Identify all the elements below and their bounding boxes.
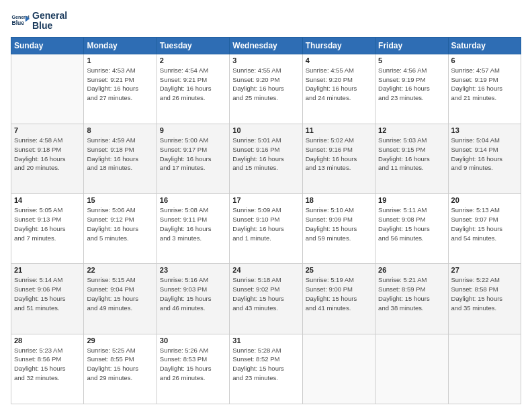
day-number: 14 — [14, 196, 81, 204]
calendar-cell: 19Sunrise: 5:11 AM Sunset: 9:08 PM Dayli… — [375, 194, 448, 264]
calendar-cell: 21Sunrise: 5:14 AM Sunset: 9:06 PM Dayli… — [11, 264, 84, 334]
day-info: Sunrise: 4:54 AM Sunset: 9:21 PM Dayligh… — [160, 66, 226, 103]
logo: General Blue General Blue — [11, 11, 67, 32]
day-info: Sunrise: 5:04 AM Sunset: 9:14 PM Dayligh… — [451, 136, 518, 173]
day-number: 17 — [232, 196, 299, 204]
calendar-cell: 30Sunrise: 5:26 AM Sunset: 8:53 PM Dayli… — [157, 334, 229, 404]
calendar-cell: 31Sunrise: 5:28 AM Sunset: 8:52 PM Dayli… — [230, 334, 302, 404]
week-row-4: 28Sunrise: 5:23 AM Sunset: 8:56 PM Dayli… — [11, 334, 521, 404]
header-cell-monday: Monday — [84, 37, 157, 54]
day-info: Sunrise: 5:02 AM Sunset: 9:16 PM Dayligh… — [306, 136, 372, 173]
calendar-cell: 1Sunrise: 4:53 AM Sunset: 9:21 PM Daylig… — [84, 54, 157, 124]
day-number: 30 — [160, 336, 226, 345]
calendar-cell: 17Sunrise: 5:09 AM Sunset: 9:10 PM Dayli… — [230, 194, 302, 264]
calendar-cell: 22Sunrise: 5:15 AM Sunset: 9:04 PM Dayli… — [84, 264, 157, 334]
day-info: Sunrise: 4:55 AM Sunset: 9:20 PM Dayligh… — [306, 66, 372, 103]
day-number: 6 — [451, 56, 518, 64]
day-info: Sunrise: 5:05 AM Sunset: 9:13 PM Dayligh… — [14, 205, 81, 242]
day-info: Sunrise: 5:18 AM Sunset: 9:02 PM Dayligh… — [232, 275, 299, 312]
day-number: 26 — [378, 266, 445, 274]
day-info: Sunrise: 5:15 AM Sunset: 9:04 PM Dayligh… — [87, 275, 153, 312]
calendar-cell: 11Sunrise: 5:02 AM Sunset: 9:16 PM Dayli… — [302, 124, 375, 194]
calendar-cell: 24Sunrise: 5:18 AM Sunset: 9:02 PM Dayli… — [230, 264, 302, 334]
day-number: 12 — [378, 126, 445, 134]
day-info: Sunrise: 4:57 AM Sunset: 9:19 PM Dayligh… — [451, 66, 518, 103]
day-number: 2 — [160, 56, 226, 64]
calendar-cell: 8Sunrise: 4:59 AM Sunset: 9:18 PM Daylig… — [84, 124, 157, 194]
calendar-cell: 25Sunrise: 5:19 AM Sunset: 9:00 PM Dayli… — [302, 264, 375, 334]
day-number: 29 — [87, 336, 153, 345]
calendar-table: SundayMondayTuesdayWednesdayThursdayFrid… — [11, 37, 521, 404]
calendar-cell: 14Sunrise: 5:05 AM Sunset: 9:13 PM Dayli… — [11, 194, 84, 264]
calendar-header: SundayMondayTuesdayWednesdayThursdayFrid… — [11, 37, 521, 54]
calendar-cell: 15Sunrise: 5:06 AM Sunset: 9:12 PM Dayli… — [84, 194, 157, 264]
day-info: Sunrise: 5:10 AM Sunset: 9:09 PM Dayligh… — [306, 205, 372, 242]
svg-text:Blue: Blue — [12, 20, 25, 27]
calendar-cell: 26Sunrise: 5:21 AM Sunset: 8:59 PM Dayli… — [375, 264, 448, 334]
calendar-cell: 12Sunrise: 5:03 AM Sunset: 9:15 PM Dayli… — [375, 124, 448, 194]
header-row: SundayMondayTuesdayWednesdayThursdayFrid… — [11, 37, 521, 54]
calendar-cell: 4Sunrise: 4:55 AM Sunset: 9:20 PM Daylig… — [302, 54, 375, 124]
calendar-cell: 6Sunrise: 4:57 AM Sunset: 9:19 PM Daylig… — [448, 54, 521, 124]
week-row-0: 1Sunrise: 4:53 AM Sunset: 9:21 PM Daylig… — [11, 54, 521, 124]
page: General Blue General Blue SundayMondayTu… — [0, 0, 532, 411]
calendar-cell: 10Sunrise: 5:01 AM Sunset: 9:16 PM Dayli… — [230, 124, 302, 194]
day-number: 5 — [378, 56, 445, 64]
calendar-cell: 20Sunrise: 5:13 AM Sunset: 9:07 PM Dayli… — [448, 194, 521, 264]
day-info: Sunrise: 5:16 AM Sunset: 9:03 PM Dayligh… — [160, 275, 226, 312]
header-cell-sunday: Sunday — [11, 37, 84, 54]
calendar-cell: 29Sunrise: 5:25 AM Sunset: 8:55 PM Dayli… — [84, 334, 157, 404]
day-info: Sunrise: 4:53 AM Sunset: 9:21 PM Dayligh… — [87, 66, 153, 103]
day-number: 27 — [451, 266, 518, 274]
calendar-cell: 13Sunrise: 5:04 AM Sunset: 9:14 PM Dayli… — [448, 124, 521, 194]
week-row-1: 7Sunrise: 4:58 AM Sunset: 9:18 PM Daylig… — [11, 124, 521, 194]
calendar-cell: 23Sunrise: 5:16 AM Sunset: 9:03 PM Dayli… — [157, 264, 229, 334]
day-number: 7 — [14, 126, 81, 134]
day-info: Sunrise: 5:08 AM Sunset: 9:11 PM Dayligh… — [160, 205, 226, 242]
day-number: 24 — [232, 266, 299, 274]
day-number: 19 — [378, 196, 445, 204]
header-cell-friday: Friday — [375, 37, 448, 54]
day-info: Sunrise: 5:11 AM Sunset: 9:08 PM Dayligh… — [378, 205, 445, 242]
calendar-cell — [375, 334, 448, 404]
day-number: 4 — [306, 56, 372, 64]
day-number: 20 — [451, 196, 518, 204]
day-info: Sunrise: 4:56 AM Sunset: 9:19 PM Dayligh… — [378, 66, 445, 103]
day-info: Sunrise: 5:25 AM Sunset: 8:55 PM Dayligh… — [87, 346, 153, 383]
calendar-cell: 9Sunrise: 5:00 AM Sunset: 9:17 PM Daylig… — [157, 124, 229, 194]
day-info: Sunrise: 4:55 AM Sunset: 9:20 PM Dayligh… — [232, 66, 299, 103]
week-row-2: 14Sunrise: 5:05 AM Sunset: 9:13 PM Dayli… — [11, 194, 521, 264]
calendar-body: 1Sunrise: 4:53 AM Sunset: 9:21 PM Daylig… — [11, 54, 521, 404]
calendar-cell: 28Sunrise: 5:23 AM Sunset: 8:56 PM Dayli… — [11, 334, 84, 404]
day-info: Sunrise: 5:26 AM Sunset: 8:53 PM Dayligh… — [160, 346, 226, 383]
day-info: Sunrise: 5:13 AM Sunset: 9:07 PM Dayligh… — [451, 205, 518, 242]
day-info: Sunrise: 5:06 AM Sunset: 9:12 PM Dayligh… — [87, 205, 153, 242]
day-number: 31 — [232, 336, 299, 345]
week-row-3: 21Sunrise: 5:14 AM Sunset: 9:06 PM Dayli… — [11, 264, 521, 334]
calendar-cell — [448, 334, 521, 404]
day-number: 23 — [160, 266, 226, 274]
calendar-cell: 2Sunrise: 4:54 AM Sunset: 9:21 PM Daylig… — [157, 54, 229, 124]
day-info: Sunrise: 4:59 AM Sunset: 9:18 PM Dayligh… — [87, 136, 153, 173]
calendar-cell — [302, 334, 375, 404]
logo-icon: General Blue — [11, 11, 30, 30]
day-number: 3 — [232, 56, 299, 64]
header-cell-tuesday: Tuesday — [157, 37, 229, 54]
calendar-cell: 3Sunrise: 4:55 AM Sunset: 9:20 PM Daylig… — [230, 54, 302, 124]
calendar-cell: 5Sunrise: 4:56 AM Sunset: 9:19 PM Daylig… — [375, 54, 448, 124]
day-info: Sunrise: 5:09 AM Sunset: 9:10 PM Dayligh… — [232, 205, 299, 242]
day-info: Sunrise: 5:22 AM Sunset: 8:58 PM Dayligh… — [451, 275, 518, 312]
day-number: 1 — [87, 56, 153, 64]
day-number: 15 — [87, 196, 153, 204]
day-number: 22 — [87, 266, 153, 274]
calendar-cell: 27Sunrise: 5:22 AM Sunset: 8:58 PM Dayli… — [448, 264, 521, 334]
day-info: Sunrise: 5:01 AM Sunset: 9:16 PM Dayligh… — [232, 136, 299, 173]
day-info: Sunrise: 5:21 AM Sunset: 8:59 PM Dayligh… — [378, 275, 445, 312]
header-cell-saturday: Saturday — [448, 37, 521, 54]
calendar-cell: 18Sunrise: 5:10 AM Sunset: 9:09 PM Dayli… — [302, 194, 375, 264]
day-number: 16 — [160, 196, 226, 204]
logo-text-line1: General — [32, 11, 67, 21]
header: General Blue General Blue — [11, 11, 521, 32]
calendar-cell: 16Sunrise: 5:08 AM Sunset: 9:11 PM Dayli… — [157, 194, 229, 264]
day-info: Sunrise: 5:23 AM Sunset: 8:56 PM Dayligh… — [14, 346, 81, 383]
